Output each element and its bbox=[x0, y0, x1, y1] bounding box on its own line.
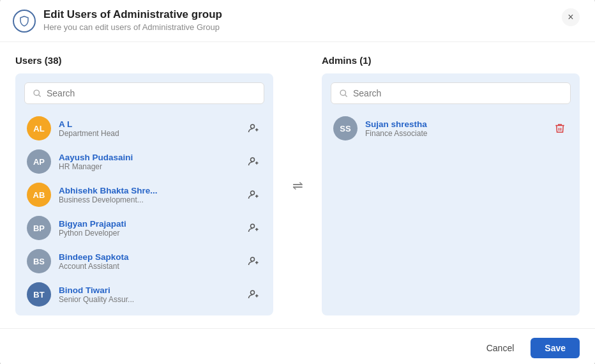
avatar: BT bbox=[27, 282, 51, 307]
users-panel-inner: AL A L Department Head AP Aayush Pudasai… bbox=[15, 73, 273, 315]
remove-admin-button[interactable] bbox=[552, 120, 568, 137]
close-button[interactable]: × bbox=[562, 8, 580, 26]
admins-panel-title: Admins (1) bbox=[322, 55, 580, 66]
modal-header-text: Edit Users of Administrative group Here … bbox=[43, 8, 554, 32]
users-search-input[interactable] bbox=[47, 88, 256, 98]
svg-line-24 bbox=[345, 95, 347, 96]
user-role: Finance Associate bbox=[365, 129, 544, 138]
svg-point-0 bbox=[34, 90, 39, 95]
list-item: SS Sujan shrestha Finance Associate bbox=[331, 112, 571, 145]
add-user-button[interactable] bbox=[245, 286, 262, 303]
users-panel-title: Users (38) bbox=[15, 55, 273, 66]
svg-point-8 bbox=[251, 191, 255, 195]
user-name: Binod Tiwari bbox=[59, 285, 237, 295]
list-item: AP Aayush Pudasaini HR Manager bbox=[24, 145, 264, 178]
modal-footer: Cancel Save bbox=[0, 328, 595, 364]
user-info: Aayush Pudasaini HR Manager bbox=[59, 153, 237, 171]
user-name: Aayush Pudasaini bbox=[59, 153, 237, 162]
user-name: Bigyan Prajapati bbox=[59, 219, 237, 229]
svg-point-5 bbox=[251, 158, 255, 162]
list-item: AB Abhisehk Bhakta Shre... Business Deve… bbox=[24, 178, 264, 211]
modal-header: Edit Users of Administrative group Here … bbox=[0, 0, 595, 42]
modal-body: Users (38) AL A L Department Head bbox=[0, 42, 595, 328]
list-item: BP Bigyan Prajapati Python Developer bbox=[24, 211, 264, 245]
avatar: SS bbox=[333, 116, 358, 140]
svg-line-1 bbox=[38, 95, 40, 96]
list-item: AL A L Department Head bbox=[24, 112, 264, 145]
admins-search-box bbox=[331, 82, 571, 104]
add-user-button[interactable] bbox=[245, 253, 262, 269]
modal-overlay: Edit Users of Administrative group Here … bbox=[0, 0, 595, 364]
user-name: Sujan shrestha bbox=[365, 119, 544, 129]
save-button[interactable]: Save bbox=[531, 338, 580, 358]
add-user-button[interactable] bbox=[245, 186, 262, 203]
modal-dialog: Edit Users of Administrative group Here … bbox=[0, 0, 595, 364]
user-role: Business Development... bbox=[59, 195, 237, 204]
users-panel: Users (38) AL A L Department Head bbox=[15, 55, 273, 315]
list-item: BS Bindeep Sapkota Account Assistant bbox=[24, 245, 264, 278]
user-role: Python Developer bbox=[59, 229, 237, 238]
user-name: Abhisehk Bhakta Shre... bbox=[59, 186, 237, 195]
svg-point-2 bbox=[251, 125, 255, 128]
cancel-button[interactable]: Cancel bbox=[476, 338, 525, 358]
user-info: A L Department Head bbox=[59, 119, 237, 138]
avatar: AP bbox=[27, 149, 51, 174]
transfer-area: ⇌ bbox=[286, 55, 309, 315]
transfer-icon: ⇌ bbox=[292, 178, 303, 193]
modal-title: Edit Users of Administrative group bbox=[43, 8, 554, 21]
add-user-button[interactable] bbox=[245, 153, 262, 170]
avatar: AB bbox=[27, 183, 51, 207]
admins-search-icon bbox=[339, 89, 348, 98]
svg-point-11 bbox=[251, 224, 255, 228]
user-role: Department Head bbox=[59, 129, 237, 138]
list-item: BT Binod Tiwari Senior Quality Assur... bbox=[24, 278, 264, 307]
user-name: Bindeep Sapkota bbox=[59, 252, 237, 262]
modal-subtitle: Here you can edit users of Administrativ… bbox=[43, 22, 554, 32]
avatar: AL bbox=[27, 116, 51, 140]
users-search-icon bbox=[33, 89, 41, 98]
user-name: A L bbox=[59, 119, 237, 129]
user-info: Abhisehk Bhakta Shre... Business Develop… bbox=[59, 186, 237, 204]
avatar: BP bbox=[27, 216, 51, 240]
user-info: Bigyan Prajapati Python Developer bbox=[59, 219, 237, 238]
users-list: AL A L Department Head AP Aayush Pudasai… bbox=[24, 112, 264, 307]
admins-panel-inner: SS Sujan shrestha Finance Associate bbox=[322, 73, 580, 315]
avatar: BS bbox=[27, 249, 51, 273]
user-info: Sujan shrestha Finance Associate bbox=[365, 119, 544, 138]
svg-point-17 bbox=[251, 291, 255, 294]
admins-search-input[interactable] bbox=[353, 88, 562, 98]
close-icon: × bbox=[568, 11, 573, 23]
user-info: Binod Tiwari Senior Quality Assur... bbox=[59, 285, 237, 304]
svg-point-14 bbox=[251, 257, 255, 261]
users-search-box bbox=[24, 82, 264, 104]
add-user-button[interactable] bbox=[245, 120, 262, 137]
admins-panel: Admins (1) SS Sujan shrestha Finance Ass… bbox=[322, 55, 580, 315]
add-user-button[interactable] bbox=[245, 220, 262, 236]
user-role: Account Assistant bbox=[59, 262, 237, 271]
admins-list: SS Sujan shrestha Finance Associate bbox=[331, 112, 571, 307]
user-info: Bindeep Sapkota Account Assistant bbox=[59, 252, 237, 271]
shield-icon bbox=[13, 10, 36, 33]
user-role: Senior Quality Assur... bbox=[59, 295, 237, 304]
svg-point-23 bbox=[340, 90, 345, 95]
user-role: HR Manager bbox=[59, 162, 237, 171]
